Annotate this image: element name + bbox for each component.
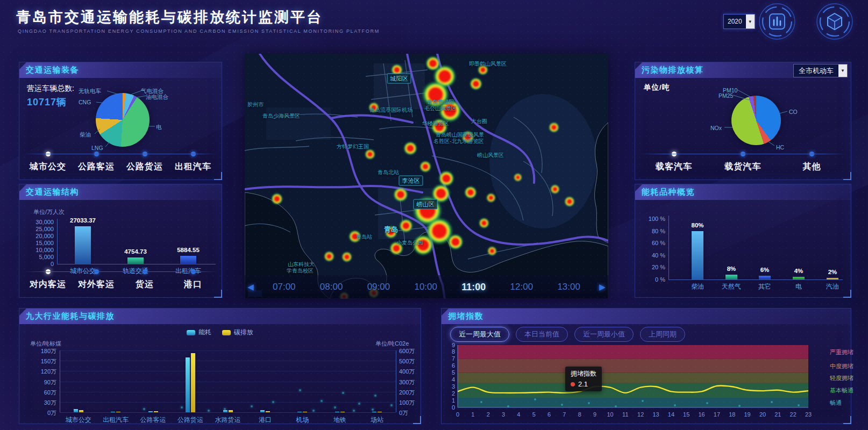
timeline-prev-icon[interactable]: ◀ xyxy=(245,282,257,292)
timeline-time[interactable]: 10:00 xyxy=(414,282,437,293)
tab-dot-icon xyxy=(94,152,99,156)
pollutant-pie-chart[interactable] xyxy=(731,96,781,145)
tab-item[interactable]: 载货汽车 xyxy=(708,152,777,176)
bar[interactable] xyxy=(725,275,737,280)
tab-dot-icon xyxy=(46,269,51,274)
energy-bar-chart[interactable]: 0 %20 %40 %60 %80 %100 %80%柴油8%天然气6%其它4%… xyxy=(635,184,851,297)
carbon-bar[interactable] xyxy=(191,353,195,412)
congestion-line-chart[interactable]: 0123456789012345678910111213141516171819… xyxy=(449,343,826,424)
energy-bar[interactable] xyxy=(297,412,302,413)
bar[interactable] xyxy=(692,231,703,280)
svg-text:5: 5 xyxy=(532,411,536,418)
page-title: 青岛市交通运输能耗与碳排放统计监测平台 xyxy=(16,8,323,27)
tab-label: 公路货运 xyxy=(126,161,163,173)
vehicle-total: 营运车辆总数: 10717辆 xyxy=(27,84,74,109)
energy-bar[interactable] xyxy=(223,410,227,412)
y-tick-label: 500万 xyxy=(399,357,426,366)
tab-item[interactable]: 其他 xyxy=(778,152,846,176)
timeline-time[interactable]: 09:00 xyxy=(367,282,390,293)
y-tick-label: 0 % xyxy=(638,276,665,283)
filter-button[interactable]: 近一周最小值 xyxy=(574,327,634,342)
y-tick-label: 10,000 xyxy=(27,247,54,253)
timeline-time[interactable]: 07:00 xyxy=(273,282,296,293)
tooltip-title: 拥堵指数 xyxy=(571,369,596,378)
city-heatmap[interactable]: 即墨鹤山风景区城阳区胶州市青岛少海风景区青岛流亭国际机场青岛市城阳毛公山风景区华… xyxy=(245,54,608,299)
timeline-next-icon[interactable]: ▶ xyxy=(596,282,608,292)
svg-text:9: 9 xyxy=(593,411,596,418)
carbon-bar[interactable] xyxy=(266,411,270,412)
timeline-time[interactable]: 12:00 xyxy=(510,282,533,293)
tab-dot-icon xyxy=(191,152,196,156)
bar[interactable] xyxy=(75,226,91,264)
tab-item[interactable]: 城市公交 xyxy=(24,152,72,176)
tab-item[interactable]: 公路货运 xyxy=(120,152,169,176)
app-header: 青岛市交通运输能耗与碳排放统计监测平台 QINGDAO TRANSPORTATI… xyxy=(0,0,868,51)
industries-grouped-bar-chart[interactable]: 0万0万30万100万60万200万90万300万120万400万150万500… xyxy=(19,309,421,424)
carbon-bar[interactable] xyxy=(154,411,158,412)
bar[interactable] xyxy=(127,257,144,264)
tab-item[interactable]: 货运 xyxy=(120,269,169,294)
vehicle-scope-select[interactable]: 全市机动车 ▼ xyxy=(793,64,848,77)
energy-bar[interactable] xyxy=(335,412,339,413)
timeline-time[interactable]: 08:00 xyxy=(320,282,343,293)
pie-label: 电 xyxy=(156,124,162,131)
tab-item[interactable]: 载客汽车 xyxy=(639,152,708,176)
timeline-times: 07:0008:0009:0010:0011:0012:0013:00 xyxy=(257,282,596,293)
timeline-time[interactable]: 11:00 xyxy=(461,282,486,293)
chevron-down-icon[interactable]: ▼ xyxy=(838,64,847,77)
panel-energy-overview: 能耗品种概览 0 %20 %40 %60 %80 %100 %80%柴油8%天然… xyxy=(635,184,851,298)
chevron-down-icon[interactable]: ▼ xyxy=(746,15,755,28)
energy-bar[interactable] xyxy=(148,411,153,412)
carbon-bar[interactable] xyxy=(303,412,307,413)
svg-text:7: 7 xyxy=(452,355,455,362)
equipment-pie-chart[interactable] xyxy=(96,93,150,147)
energy-bar[interactable] xyxy=(111,412,115,413)
carbon-bar[interactable] xyxy=(116,412,120,413)
unit-label: 单位/吨 xyxy=(644,83,670,92)
y-tick-label: 25,000 xyxy=(27,226,54,232)
bar[interactable] xyxy=(827,278,838,280)
panel-congestion-index: 拥堵指数 近一周最大值本日当前值近一周最小值上周同期 0123456789012… xyxy=(441,308,851,424)
carbon-bar[interactable] xyxy=(378,412,382,413)
energy-bar[interactable] xyxy=(186,357,190,412)
year-select[interactable]: 2020 ▼ xyxy=(723,14,755,29)
bar[interactable] xyxy=(793,277,805,280)
tab-item[interactable]: 对内客运 xyxy=(24,269,72,294)
cube-icon-button[interactable] xyxy=(814,1,855,42)
tab-label: 港口 xyxy=(184,279,202,290)
tab-item[interactable]: 港口 xyxy=(169,269,217,294)
pie-label: 无轨电车 xyxy=(79,88,101,95)
y-tick-label: 100万 xyxy=(399,399,426,407)
bar-chart-icon-button[interactable] xyxy=(757,1,798,42)
tab-item[interactable]: 公路客运 xyxy=(72,152,120,176)
pie-label: HC xyxy=(776,144,784,150)
y-tick-label: 100 % xyxy=(638,216,665,222)
band-label: 严重拥堵 xyxy=(830,348,862,356)
bar[interactable] xyxy=(759,276,771,280)
y-tick-label: 15,000 xyxy=(27,240,54,246)
panel-industries-emission: 九大行业能耗与碳排放 能耗 碳排放 单位/吨标煤 单位/吨C02e 0万0万30… xyxy=(19,308,421,424)
time-slider[interactable]: ◀ 07:0008:0009:0010:0011:0012:0013:00 ▶ xyxy=(245,275,608,299)
tab-item[interactable]: 出租汽车 xyxy=(169,152,217,176)
timeline-time[interactable]: 13:00 xyxy=(557,282,580,293)
energy-bar[interactable] xyxy=(260,410,265,412)
bar-value-label: 2% xyxy=(811,269,854,275)
filter-button[interactable]: 近一周最大值 xyxy=(450,327,509,342)
y-tick-label: 90万 xyxy=(30,378,56,386)
tab-item[interactable]: 对外客运 xyxy=(72,269,120,294)
congestion-filter-buttons: 近一周最大值本日当前值近一周最小值上周同期 xyxy=(450,327,685,342)
svg-text:23: 23 xyxy=(805,411,812,418)
energy-bar[interactable] xyxy=(74,409,78,412)
carbon-bar[interactable] xyxy=(229,410,233,412)
tab-label: 对内客运 xyxy=(30,279,66,290)
carbon-bar[interactable] xyxy=(79,410,83,412)
filter-button[interactable]: 上周同期 xyxy=(640,327,685,342)
map-canvas xyxy=(245,54,608,299)
energy-bar[interactable] xyxy=(372,412,376,413)
filter-button[interactable]: 本日当前值 xyxy=(516,327,568,342)
chart-tooltip: 拥堵指数 2.1 xyxy=(565,367,602,391)
bar[interactable] xyxy=(180,256,196,264)
carbon-bar[interactable] xyxy=(340,412,345,413)
svg-text:6: 6 xyxy=(452,362,455,369)
tab-dot-icon xyxy=(809,152,814,156)
